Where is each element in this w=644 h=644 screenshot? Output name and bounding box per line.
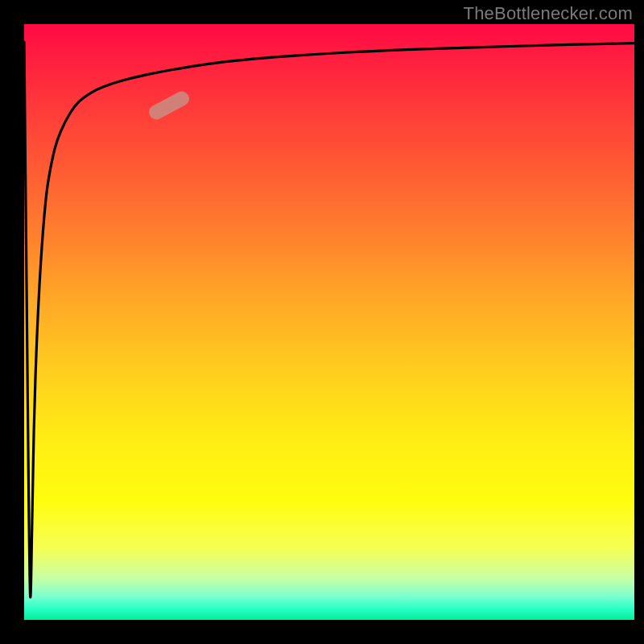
curve-path [24, 42, 634, 597]
axis-frame-right [634, 0, 644, 644]
axis-frame-left [0, 0, 24, 644]
bottleneck-curve [24, 24, 634, 620]
watermark-text: TheBottlenecker.com [464, 3, 633, 24]
chart-stage: TheBottlenecker.com [0, 0, 644, 644]
axis-frame-bottom [0, 620, 644, 644]
plot-area [24, 24, 634, 620]
